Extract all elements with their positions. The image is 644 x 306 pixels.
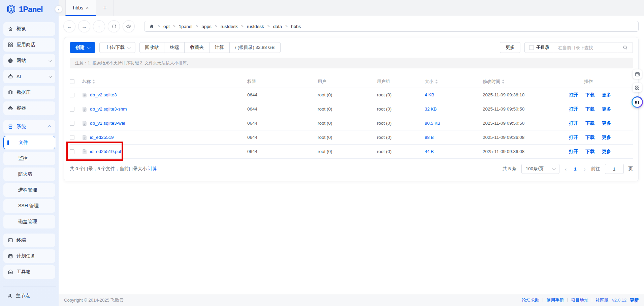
search-icon[interactable] bbox=[618, 42, 633, 53]
breadcrumb-item[interactable]: 1panel bbox=[179, 24, 193, 29]
row-checkbox[interactable] bbox=[70, 149, 74, 154]
more-button[interactable]: 更多 bbox=[500, 42, 520, 53]
tab-close-icon[interactable]: × bbox=[86, 5, 89, 10]
header-size-sort[interactable]: 大小 bbox=[425, 79, 438, 85]
file-name-link[interactable]: db_v2.sqlite3-wal bbox=[90, 121, 125, 126]
row-checkbox[interactable] bbox=[70, 121, 74, 126]
file-size-link[interactable]: 44 B bbox=[425, 149, 434, 154]
edition-link[interactable]: 社区版 bbox=[595, 297, 609, 303]
update-link[interactable]: 更新 bbox=[630, 297, 639, 303]
home-icon bbox=[7, 26, 13, 32]
breadcrumb-home-icon[interactable] bbox=[149, 24, 154, 29]
sidebar-item-terminal[interactable]: 终端 bbox=[3, 234, 55, 247]
header-user: 用户 bbox=[318, 79, 377, 85]
sidebar-item-toolbox[interactable]: 工具箱 bbox=[3, 265, 55, 279]
sidebar-item-container[interactable]: 容器 bbox=[3, 101, 55, 115]
file-size-link[interactable]: 32 KB bbox=[425, 106, 437, 112]
upload-download-button[interactable]: 上传/下载 bbox=[99, 42, 135, 53]
sort-icon bbox=[502, 80, 505, 84]
sidebar-item-files[interactable]: 文件 bbox=[3, 136, 55, 149]
more-action[interactable]: 更多 bbox=[602, 92, 611, 98]
breadcrumb-item[interactable]: rustdesk bbox=[247, 24, 264, 29]
sidebar-item-overview[interactable]: 概览 bbox=[3, 22, 55, 36]
more-action[interactable]: 更多 bbox=[602, 120, 611, 126]
more-action[interactable]: 更多 bbox=[602, 106, 611, 112]
sidebar-collapse-button[interactable]: ‹ bbox=[55, 5, 62, 13]
sidebar-item-master-node[interactable]: 主节点 bbox=[4, 290, 55, 302]
tab-add-button[interactable]: + bbox=[96, 0, 114, 16]
row-checkbox[interactable] bbox=[70, 135, 74, 140]
select-all-checkbox[interactable] bbox=[70, 79, 74, 84]
download-action[interactable]: 下载 bbox=[585, 120, 594, 126]
sidebar-item-disk[interactable]: 磁盘管理 bbox=[3, 215, 55, 228]
ai-assistant-button[interactable] bbox=[632, 96, 643, 108]
row-checkbox[interactable] bbox=[70, 107, 74, 112]
open-action[interactable]: 打开 bbox=[569, 134, 578, 141]
up-button[interactable]: ↑ bbox=[93, 20, 105, 32]
prev-page-button[interactable]: ‹ bbox=[564, 166, 567, 172]
sidebar-item-ai[interactable]: AI bbox=[3, 70, 55, 83]
file-name-link[interactable]: db_v2.sqlite3-shm bbox=[90, 106, 127, 112]
open-action[interactable]: 打开 bbox=[569, 106, 578, 112]
file-name-link[interactable]: id_ed25519.pub bbox=[90, 149, 123, 154]
more-action[interactable]: 更多 bbox=[602, 149, 611, 155]
download-action[interactable]: 下载 bbox=[585, 106, 594, 112]
download-action[interactable]: 下载 bbox=[585, 92, 594, 98]
file-size-link[interactable]: 4 KB bbox=[425, 92, 434, 97]
more-action[interactable]: 更多 bbox=[602, 134, 611, 141]
sidebar-item-system[interactable]: 系统 bbox=[3, 120, 55, 133]
sidebar-item-ssh[interactable]: SSH 管理 bbox=[3, 199, 55, 213]
sidebar-item-website[interactable]: 网站 bbox=[3, 54, 55, 67]
next-page-button[interactable]: › bbox=[583, 166, 586, 172]
refresh-button[interactable] bbox=[108, 20, 120, 32]
favorites-button[interactable]: 收藏夹 bbox=[184, 42, 209, 53]
open-action[interactable]: 打开 bbox=[569, 149, 578, 155]
project-site-link[interactable]: 项目地址 bbox=[571, 297, 588, 303]
file-size-link[interactable]: 80.5 KB bbox=[425, 121, 440, 126]
sidebar-item-process[interactable]: 进程管理 bbox=[3, 183, 55, 197]
goto-page-input[interactable] bbox=[605, 164, 624, 174]
tab-hbbs[interactable]: hbbs × bbox=[65, 0, 96, 16]
create-button[interactable]: 创建 bbox=[70, 42, 95, 53]
breadcrumb-item[interactable]: opt bbox=[163, 24, 170, 29]
download-action[interactable]: 下载 bbox=[585, 149, 594, 155]
subdir-checkbox[interactable] bbox=[529, 45, 534, 50]
root-disk-usage[interactable]: / (根目录) 32.88 GB bbox=[229, 42, 280, 53]
breadcrumb-item[interactable]: data bbox=[273, 24, 282, 29]
main-area: hbbs × + ← → ↑ > bbox=[59, 0, 644, 306]
search-input[interactable] bbox=[554, 42, 618, 53]
download-action[interactable]: 下载 bbox=[585, 134, 594, 141]
page-unit: 页 bbox=[629, 166, 633, 172]
breadcrumb-item[interactable]: apps bbox=[201, 24, 211, 29]
preview-eye-button[interactable] bbox=[123, 20, 135, 32]
header-mtime-sort[interactable]: 修改时间 bbox=[483, 79, 505, 85]
file-size-link[interactable]: 88 B bbox=[425, 135, 434, 140]
breadcrumb-item[interactable]: rustdesk bbox=[221, 24, 238, 29]
terminal-button[interactable]: 终端 bbox=[164, 42, 184, 53]
calculate-size-link[interactable]: 计算 bbox=[148, 166, 157, 172]
sidebar-item-database[interactable]: 数据库 bbox=[3, 86, 55, 99]
page-size-select[interactable]: 100条/页 bbox=[521, 164, 559, 174]
row-checkbox[interactable] bbox=[70, 93, 74, 97]
open-action[interactable]: 打开 bbox=[569, 92, 578, 98]
apps-grid-icon[interactable] bbox=[633, 83, 642, 92]
quick-panel-icon[interactable] bbox=[633, 69, 642, 79]
page-number[interactable]: 1 bbox=[572, 166, 579, 172]
recycle-bin-button[interactable]: 回收站 bbox=[140, 42, 164, 53]
open-action[interactable]: 打开 bbox=[569, 120, 578, 126]
forward-button[interactable]: → bbox=[78, 20, 90, 32]
content-area: ← → ↑ > opt > 1panel > bbox=[59, 16, 644, 306]
sidebar-item-monitor[interactable]: 监控 bbox=[3, 152, 55, 165]
footer-divider bbox=[567, 298, 568, 302]
sidebar-item-firewall[interactable]: 防火墙 bbox=[3, 167, 55, 181]
header-name-sort[interactable]: 名称 bbox=[82, 79, 95, 85]
sidebar-item-cron[interactable]: 计划任务 bbox=[3, 249, 55, 263]
sidebar-item-appstore[interactable]: 应用商店 bbox=[3, 38, 55, 52]
breadcrumb-item[interactable]: hbbs bbox=[291, 24, 301, 29]
user-manual-link[interactable]: 使用手册 bbox=[546, 297, 564, 303]
file-name-link[interactable]: id_ed25519 bbox=[90, 135, 114, 140]
forum-help-link[interactable]: 论坛求助 bbox=[522, 297, 539, 303]
file-name-link[interactable]: db_v2.sqlite3 bbox=[90, 92, 117, 97]
back-button[interactable]: ← bbox=[63, 20, 75, 32]
calculate-button[interactable]: 计算 bbox=[209, 42, 229, 53]
